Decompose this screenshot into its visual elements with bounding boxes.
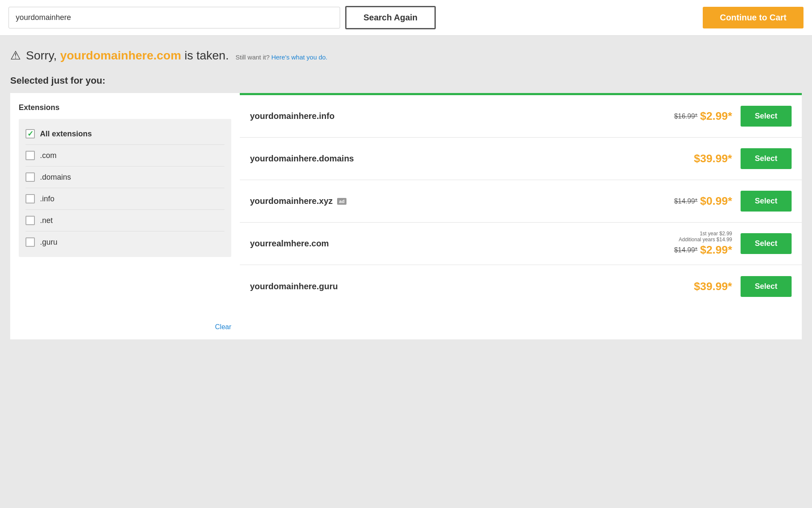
taken-domain-name: yourdomainhere.com (60, 49, 181, 62)
ext-item-domains[interactable]: .domains (26, 167, 224, 188)
domain-row: yourdomainhere.xyz ad $14.99* $0.99* Sel… (240, 180, 802, 223)
ext-item-com[interactable]: .com (26, 145, 224, 167)
domain-name: yourdomainhere.info (250, 111, 335, 121)
domain-row: yourrealmhere.com 1st year $2.99Addition… (240, 223, 802, 265)
checkbox-info[interactable] (26, 194, 35, 203)
heres-what-link[interactable]: Here's what you do. (271, 54, 327, 61)
domain-name-col: yourdomainhere.guru (250, 282, 694, 291)
ext-item-all[interactable]: ✓ All extensions (26, 123, 224, 145)
clear-link[interactable]: Clear (215, 323, 231, 331)
domain-name: yourdomainhere.xyz (250, 196, 333, 206)
pricing-col: 1st year $2.99Additional years $14.99 $1… (674, 231, 732, 257)
pricing-row: $39.99* (694, 152, 732, 165)
ext-item-net[interactable]: .net (26, 210, 224, 231)
pricing-row: $14.99* $0.99* (674, 195, 732, 208)
top-bar: Search Again Continue to Cart (0, 0, 812, 36)
two-col-layout: Extensions ✓ All extensions .com .domain… (10, 93, 802, 339)
domain-row: yourdomainhere.domains $39.99* Select (240, 138, 802, 180)
still-want-text: Still want it? (236, 54, 271, 61)
info-icon: ⚠ (10, 48, 21, 62)
checkbox-all[interactable]: ✓ (26, 129, 35, 138)
continue-to-cart-button[interactable]: Continue to Cart (703, 7, 803, 28)
select-button[interactable]: Select (741, 106, 792, 127)
pricing-row: $39.99* (694, 280, 732, 293)
search-input-wrapper (9, 7, 340, 28)
pricing-col: $39.99* (694, 152, 732, 165)
domain-name-col: yourdomainhere.xyz ad (250, 196, 674, 206)
search-input[interactable] (9, 7, 340, 28)
ext-label-com: .com (40, 151, 57, 160)
ext-item-guru[interactable]: .guru (26, 231, 224, 253)
pricing-row: $16.99* $2.99* (674, 110, 732, 123)
checkbox-com[interactable] (26, 151, 35, 160)
ext-label-all: All extensions (40, 130, 92, 138)
domain-name-col: yourdomainhere.info (250, 111, 674, 121)
domain-row: yourdomainhere.guru $39.99* Select (240, 265, 802, 308)
pricing-col: $16.99* $2.99* (674, 110, 732, 123)
pricing-col: $39.99* (694, 280, 732, 293)
ext-label-info: .info (40, 195, 54, 203)
original-price: $16.99* (674, 113, 698, 120)
is-taken-suffix: is taken. (185, 49, 229, 62)
selected-section-title: Selected just for you: (10, 75, 802, 86)
original-price: $14.99* (674, 198, 698, 205)
main-content: ⚠ Sorry, yourdomainhere.com is taken. St… (0, 36, 812, 352)
checkmark-icon: ✓ (27, 129, 34, 138)
taken-message: ⚠ Sorry, yourdomainhere.com is taken. St… (10, 48, 802, 62)
checkbox-guru[interactable] (26, 237, 35, 247)
pricing-row: $14.99* $2.99* (674, 243, 732, 257)
domain-name-col: yourdomainhere.domains (250, 154, 694, 164)
extensions-panel: Extensions ✓ All extensions .com .domain… (10, 93, 240, 339)
sorry-prefix: Sorry, (26, 49, 57, 62)
ext-label-domains: .domains (40, 173, 71, 182)
select-button[interactable]: Select (741, 276, 792, 297)
domain-name: yourdomainhere.domains (250, 154, 354, 164)
search-again-button[interactable]: Search Again (345, 6, 436, 29)
sale-price: $2.99* (700, 243, 732, 257)
extensions-title: Extensions (19, 103, 231, 112)
sale-price: $0.99* (700, 195, 732, 208)
ext-label-net: .net (40, 216, 53, 225)
domain-name: yourrealmhere.com (250, 239, 329, 248)
original-price: $14.99* (674, 246, 698, 254)
select-button[interactable]: Select (741, 148, 792, 169)
checkbox-net[interactable] (26, 216, 35, 225)
select-button[interactable]: Select (741, 191, 792, 212)
sale-price: $39.99* (694, 152, 732, 165)
domain-name: yourdomainhere.guru (250, 282, 338, 291)
taken-message-text: Sorry, yourdomainhere.com is taken. Stil… (26, 49, 327, 62)
domain-row: yourdomainhere.info $16.99* $2.99* Selec… (240, 95, 802, 138)
pricing-col: $14.99* $0.99* (674, 195, 732, 208)
extensions-list: ✓ All extensions .com .domains .info (19, 119, 231, 257)
checkbox-domains[interactable] (26, 172, 35, 182)
domain-name-col: yourrealmhere.com (250, 239, 674, 248)
ad-badge: ad (337, 198, 347, 205)
ext-item-info[interactable]: .info (26, 188, 224, 210)
results-panel: yourdomainhere.info $16.99* $2.99* Selec… (240, 93, 802, 339)
price-note: 1st year $2.99Additional years $14.99 (679, 231, 732, 243)
sale-price: $39.99* (694, 280, 732, 293)
sale-price: $2.99* (700, 110, 732, 123)
ext-label-guru: .guru (40, 238, 57, 247)
select-button[interactable]: Select (741, 233, 792, 254)
